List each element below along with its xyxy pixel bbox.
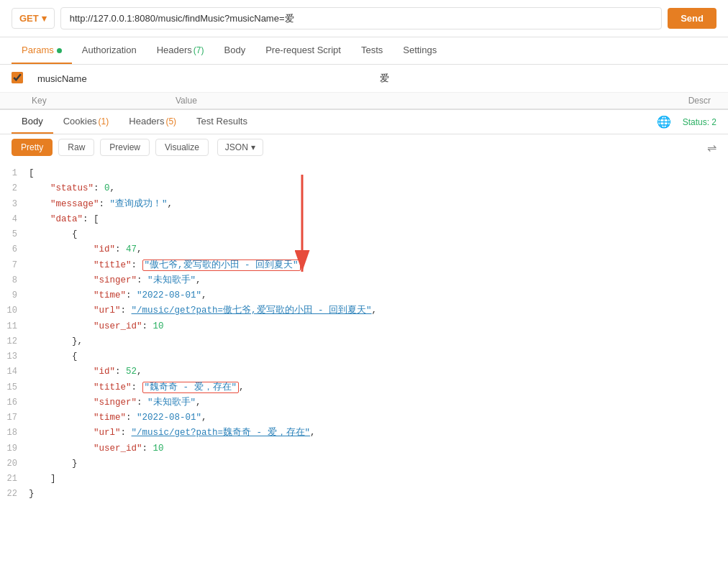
tab-headers[interactable]: Headers(7) (147, 37, 214, 64)
code-line-14: 14 "id": 52, (0, 364, 728, 380)
url-input[interactable] (60, 7, 662, 29)
param-value: 爱 (374, 69, 716, 88)
response-tab-body[interactable]: Body (12, 110, 53, 134)
header-value-label: Value (176, 96, 659, 106)
code-line-8: 8 "singer": "未知歌手", (0, 273, 728, 288)
code-line-6: 6 "id": 47, (0, 242, 728, 257)
response-tab-test-results[interactable]: Test Results (186, 110, 258, 134)
code-line-16: 16 "singer": "未知歌手", (0, 395, 728, 410)
tab-pre-request[interactable]: Pre-request Script (255, 37, 351, 64)
code-line-15: 15 "title": "魏奇奇 - 爱，存在", (0, 380, 728, 395)
response-toolbar: Pretty Raw Preview Visualize JSON ▾ ⇌ (0, 134, 728, 160)
preview-button[interactable]: Preview (100, 139, 150, 156)
status-badge: Status: 2 (683, 117, 716, 127)
header-descr-label: Descr (659, 96, 716, 106)
param-row: musicName 爱 (0, 65, 728, 93)
pretty-button[interactable]: Pretty (12, 139, 53, 156)
response-status-area: 🌐 Status: 2 (657, 115, 716, 129)
param-key: musicName (32, 70, 374, 87)
response-tab-headers[interactable]: Headers(5) (119, 110, 186, 134)
code-line-11: 11 "user_id": 10 (0, 319, 728, 334)
url-link-2[interactable]: "/music/get?path=魏奇奇 - 爱，存在" (132, 428, 311, 438)
filter-icon[interactable]: ⇌ (707, 141, 716, 155)
send-button[interactable]: Send (668, 8, 716, 29)
code-line-12: 12 }, (0, 334, 728, 349)
code-line-3: 3 "message": "查询成功！", (0, 197, 728, 212)
response-tabs: Body Cookies(1) Headers(5) Test Results (12, 110, 258, 134)
request-tabs: Params Authorization Headers(7) Body Pre… (0, 37, 728, 65)
chevron-down-icon: ▾ (251, 142, 255, 152)
param-checkbox-cell[interactable] (12, 72, 32, 86)
response-section: Body Cookies(1) Headers(5) Test Results … (0, 109, 728, 508)
param-checkbox[interactable] (12, 72, 23, 83)
chevron-down-icon: ▾ (42, 13, 47, 24)
raw-button[interactable]: Raw (58, 139, 94, 156)
header-key-label: Key (12, 96, 176, 106)
json-code-area: 1 [ 2 "status": 0, 3 "message": "查询成功！",… (0, 160, 728, 508)
tab-params[interactable]: Params (12, 37, 72, 64)
response-tab-cookies[interactable]: Cookies(1) (53, 110, 119, 134)
response-top-bar: Body Cookies(1) Headers(5) Test Results … (0, 110, 728, 134)
code-line-17: 17 "time": "2022-08-01", (0, 410, 728, 426)
globe-icon: 🌐 (657, 115, 671, 129)
code-line-2: 2 "status": 0, (0, 181, 728, 196)
visualize-button[interactable]: Visualize (155, 139, 209, 156)
code-line-21: 21 ] (0, 472, 728, 487)
method-select[interactable]: GET ▾ (12, 8, 55, 29)
code-line-7: 7 "title": "傲七爷,爱写歌的小田 - 回到夏天", (0, 258, 728, 273)
code-line-20: 20 } (0, 456, 728, 472)
code-line-9: 9 "time": "2022-08-01", (0, 288, 728, 303)
tab-settings[interactable]: Settings (393, 37, 447, 64)
code-line-10: 10 "url": "/music/get?path=傲七爷,爱写歌的小田 - … (0, 303, 728, 318)
method-label: GET (19, 13, 39, 24)
code-line-5: 5 { (0, 227, 728, 242)
code-line-18: 18 "url": "/music/get?path=魏奇奇 - 爱，存在", (0, 426, 728, 441)
tab-authorization[interactable]: Authorization (72, 37, 147, 64)
code-line-13: 13 { (0, 349, 728, 364)
tab-tests[interactable]: Tests (351, 37, 393, 64)
code-line-19: 19 "user_id": 10 (0, 441, 728, 456)
params-dot (57, 48, 62, 53)
top-bar: GET ▾ Send (0, 0, 728, 37)
code-line-22: 22 } (0, 487, 728, 502)
url-link-1[interactable]: "/music/get?path=傲七爷,爱写歌的小田 - 回到夏天" (132, 306, 372, 316)
json-dropdown[interactable]: JSON ▾ (217, 139, 263, 156)
code-line-1: 1 [ (0, 166, 728, 181)
params-header: Key Value Descr (0, 93, 728, 109)
tab-body[interactable]: Body (214, 37, 256, 64)
code-line-4: 4 "data": [ (0, 212, 728, 227)
